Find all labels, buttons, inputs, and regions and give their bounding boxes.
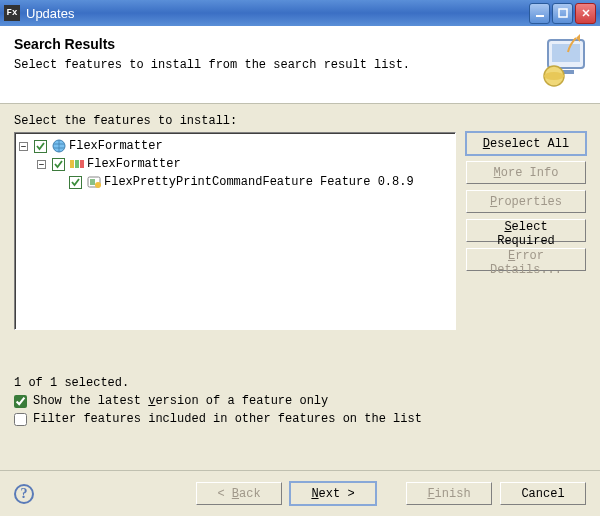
maximize-button[interactable] <box>552 3 573 24</box>
checkbox-input[interactable] <box>14 395 27 408</box>
header-panel: Search Results Select features to instal… <box>0 26 600 104</box>
dialog-content: Search Results Select features to instal… <box>0 26 600 516</box>
show-latest-checkbox[interactable]: Show the latest version of a feature onl… <box>14 394 586 408</box>
site-icon <box>51 138 67 154</box>
svg-rect-3 <box>552 44 580 62</box>
page-subtitle: Select features to install from the sear… <box>14 58 586 72</box>
collapse-icon[interactable]: − <box>19 142 28 151</box>
checkbox-icon[interactable] <box>69 176 82 189</box>
checkbox-label: Show the latest version of a feature onl… <box>33 394 328 408</box>
next-button[interactable]: Next > <box>290 482 376 505</box>
svg-rect-12 <box>90 179 95 185</box>
error-details-button: Error Details... <box>466 248 586 271</box>
window-controls <box>529 3 596 24</box>
tree-node-feature[interactable]: FlexPrettyPrintCommandFeature Feature 0.… <box>67 173 451 191</box>
titlebar: Fx Updates <box>0 0 600 26</box>
svg-rect-9 <box>75 160 79 168</box>
checkbox-label: Filter features included in other featur… <box>33 412 422 426</box>
tree-node-group[interactable]: − FlexFormatter <box>37 155 451 173</box>
select-required-button[interactable]: Select Required <box>466 219 586 242</box>
main-area: Select the features to install: − FlexFo… <box>0 104 600 330</box>
side-button-bar: Deselect All More Info Properties Select… <box>466 132 586 330</box>
feature-icon <box>86 174 102 190</box>
collapse-icon[interactable]: − <box>37 160 46 169</box>
checkbox-input[interactable] <box>14 413 27 426</box>
tree-node-root[interactable]: − FlexFormatter <box>19 137 451 155</box>
footer-bar: ? < Back Next > Finish Cancel <box>0 470 600 516</box>
app-icon: Fx <box>4 5 20 21</box>
more-info-button: More Info <box>466 161 586 184</box>
tree-node-label: FlexFormatter <box>87 155 181 173</box>
svg-rect-1 <box>559 9 567 17</box>
back-button: < Back <box>196 482 282 505</box>
svg-rect-0 <box>536 15 544 17</box>
page-title: Search Results <box>14 36 586 52</box>
svg-point-6 <box>544 72 564 80</box>
checkbox-icon[interactable] <box>34 140 47 153</box>
properties-button: Properties <box>466 190 586 213</box>
update-wizard-icon <box>534 34 590 94</box>
filter-included-checkbox[interactable]: Filter features included in other featur… <box>14 412 586 426</box>
instruction-label: Select the features to install: <box>14 114 586 128</box>
svg-rect-8 <box>70 160 74 168</box>
checkbox-icon[interactable] <box>52 158 65 171</box>
finish-button: Finish <box>406 482 492 505</box>
status-area: 1 of 1 selected. Show the latest version… <box>14 376 586 426</box>
minimize-button[interactable] <box>529 3 550 24</box>
cancel-button[interactable]: Cancel <box>500 482 586 505</box>
deselect-all-button[interactable]: Deselect All <box>466 132 586 155</box>
tree-node-label: FlexPrettyPrintCommandFeature Feature 0.… <box>104 173 414 191</box>
close-button[interactable] <box>575 3 596 24</box>
features-tree[interactable]: − FlexFormatter − <box>14 132 456 330</box>
category-icon <box>69 156 85 172</box>
help-icon[interactable]: ? <box>14 484 34 504</box>
svg-point-13 <box>95 182 101 188</box>
tree-node-label: FlexFormatter <box>69 137 163 155</box>
selection-count-label: 1 of 1 selected. <box>14 376 586 390</box>
svg-rect-10 <box>80 160 84 168</box>
window-title: Updates <box>26 6 529 21</box>
